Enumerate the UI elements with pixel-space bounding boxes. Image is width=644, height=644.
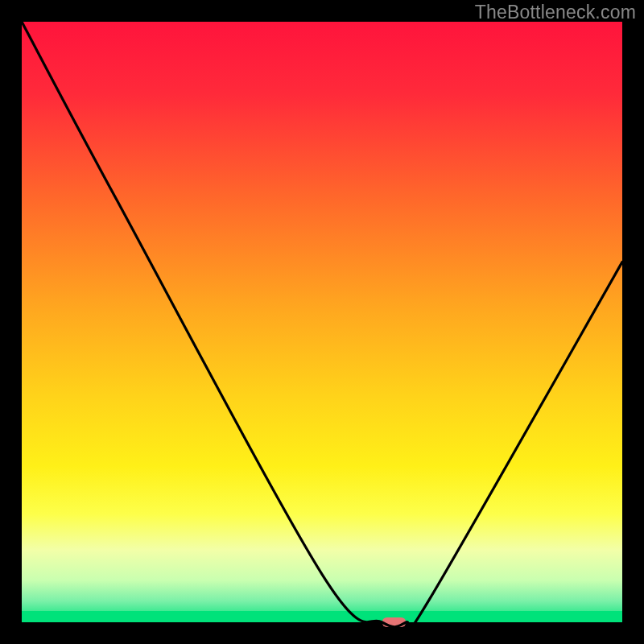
chart-frame: TheBottleneck.com — [0, 0, 644, 644]
bottleneck-chart — [0, 0, 644, 644]
plot-background — [22, 22, 622, 622]
bottom-green-band — [22, 611, 622, 622]
